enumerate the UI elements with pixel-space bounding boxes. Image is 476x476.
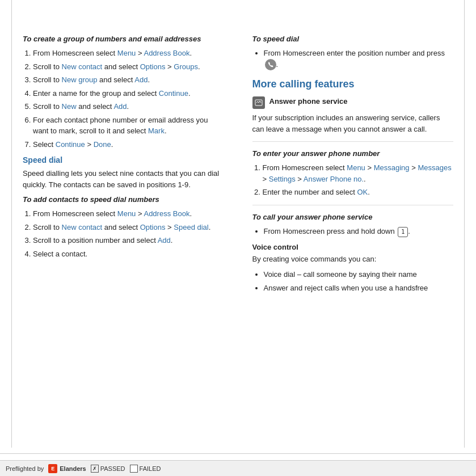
list-item: Select Continue > Done.	[33, 139, 224, 150]
list-item: From Homescreen press and hold down 1.	[264, 226, 454, 237]
voice-control-title: Voice control	[252, 243, 454, 251]
elanders-logo: E Elanders	[48, 464, 86, 473]
page-container: To create a group of numbers and email a…	[0, 0, 476, 476]
new-link: New	[62, 102, 77, 111]
list-item: Scroll to New and select Add.	[33, 101, 224, 112]
right-column: To speed dial From Homescreen enter the …	[247, 34, 454, 442]
options-link: Options	[140, 62, 166, 71]
add3-link: Add	[158, 236, 171, 245]
address-book-link2: Address Book	[144, 209, 189, 218]
speed-dial-intro: Speed dialling lets you select nine cont…	[23, 168, 224, 190]
list-item: Scroll to New group and select Add.	[33, 74, 224, 86]
more-features-heading: More calling features	[252, 78, 454, 90]
answer-phone-description: If your subscription includes an answeri…	[252, 112, 454, 134]
right-border	[464, 0, 465, 448]
create-group-steps: From Homescreen select Menu > Address Bo…	[23, 48, 224, 150]
new-contact-link: New contact	[62, 62, 103, 71]
speed-dial-bullets: From Homescreen enter the position numbe…	[252, 48, 454, 70]
menu-link2: Menu	[117, 209, 136, 218]
add2-link: Add	[113, 102, 127, 111]
options-link2: Options	[140, 223, 166, 231]
answer-phone-no-link: Answer Phone no.	[304, 175, 364, 183]
continue-link: Continue	[159, 89, 188, 98]
list-item: From Homescreen select Menu > Address Bo…	[33, 48, 224, 59]
list-item: Answer and reject calls when you use a h…	[264, 283, 454, 294]
done-link: Done	[94, 140, 111, 149]
left-border	[11, 0, 12, 448]
messages-link: Messages	[418, 163, 451, 172]
passed-label: PASSED	[100, 465, 125, 472]
elanders-icon: E	[48, 464, 57, 473]
list-item: Voice dial – call someone by saying thei…	[264, 269, 454, 280]
speed-dial-link: Speed dial	[174, 223, 208, 231]
menu-link: Menu	[117, 49, 136, 57]
settings-link: Settings	[269, 175, 296, 183]
answer-phone-title: Answer phone service	[269, 97, 348, 106]
groups-link: Groups	[174, 62, 198, 71]
add-contacts-steps: From Homescreen select Menu > Address Bo…	[23, 208, 224, 259]
divider2	[252, 205, 454, 205]
failed-label: FAILED	[140, 465, 161, 472]
add-contacts-title: To add contacts to speed dial numbers	[23, 195, 224, 205]
speed-dial-right-title: To speed dial	[252, 34, 454, 44]
list-item: From Homescreen select Menu > Address Bo…	[33, 208, 224, 220]
menu-r-link: Menu	[347, 163, 365, 172]
list-item: From Homescreen enter the position numbe…	[264, 48, 454, 70]
failed-badge: FAILED	[130, 465, 161, 473]
list-item: From Homescreen select Menu > Messaging …	[263, 162, 454, 184]
call-button-icon	[265, 59, 276, 70]
elanders-name: Elanders	[60, 465, 86, 472]
new-contact-link2: New contact	[62, 223, 103, 231]
speed-dial-heading: Speed dial	[23, 155, 224, 165]
create-group-title: To create a group of numbers and email a…	[23, 34, 224, 44]
enter-answer-steps: From Homescreen select Menu > Messaging …	[252, 162, 454, 198]
voice-bullets: Voice dial – call someone by saying thei…	[252, 269, 454, 293]
list-item: Scroll to a position number and select A…	[33, 235, 224, 246]
ok-link: OK	[357, 188, 368, 196]
list-item: Scroll to New contact and select Options…	[33, 222, 224, 233]
list-item: Enter a name for the group and select Co…	[33, 88, 224, 99]
list-item: For each contact phone number or email a…	[33, 115, 224, 137]
preflighted-bar: Preflighted by E Elanders ✗ PASSED FAILE…	[0, 460, 476, 476]
address-book-link: Address Book	[144, 49, 189, 57]
passed-check-box: ✗	[91, 465, 99, 473]
answer-phone-row: Answer phone service	[252, 96, 454, 109]
list-item: Select a contact.	[33, 248, 224, 260]
list-item: Enter the number and select OK.	[263, 187, 454, 198]
answer-phone-icon	[252, 96, 265, 109]
new-group-link: New group	[62, 75, 98, 84]
answer-phone-label: Answer phone service	[269, 96, 348, 107]
call-answer-bullets: From Homescreen press and hold down 1.	[252, 226, 454, 237]
add-link: Add	[134, 75, 148, 84]
preflighted-label: Preflighted by	[6, 465, 44, 472]
mark-link: Mark	[148, 127, 165, 135]
divider	[252, 141, 454, 142]
enter-answer-title: To enter your answer phone number	[252, 149, 454, 159]
list-item: Scroll to New contact and select Options…	[33, 61, 224, 73]
left-column: To create a group of numbers and email a…	[23, 34, 230, 442]
content-area: To create a group of numbers and email a…	[0, 0, 476, 453]
voice-control-intro: By creating voice commands you can:	[252, 254, 454, 265]
continue2-link: Continue	[56, 140, 85, 149]
messaging-link: Messaging	[374, 163, 410, 172]
hold-icon: 1	[398, 227, 408, 237]
failed-check-box	[130, 465, 138, 473]
call-answer-title: To call your answer phone service	[252, 212, 454, 222]
passed-badge: ✗ PASSED	[91, 465, 125, 473]
